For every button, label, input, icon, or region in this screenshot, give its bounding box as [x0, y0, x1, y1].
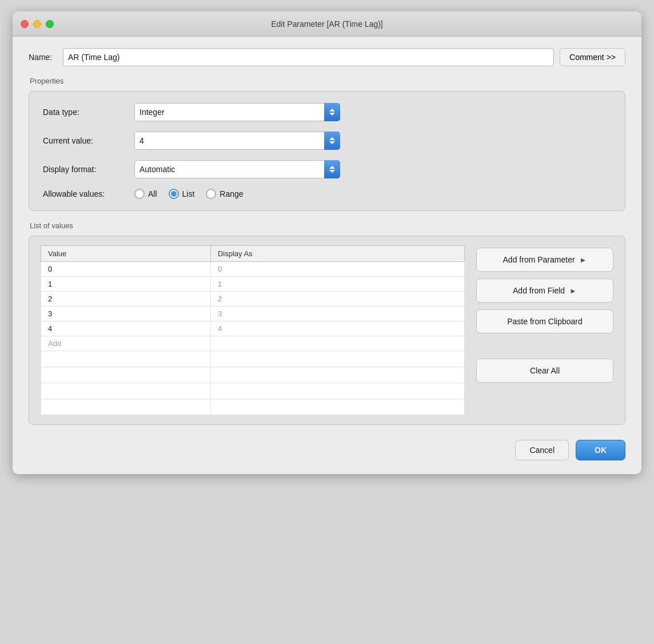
display-cell: 2 — [210, 292, 464, 307]
empty-row — [41, 399, 465, 415]
empty-row — [41, 383, 465, 399]
ok-button[interactable]: OK — [576, 440, 625, 460]
value-cell: 4 — [41, 321, 211, 336]
window-body: Name: Comment >> Properties Data type: I… — [13, 37, 641, 474]
cancel-button[interactable]: Cancel — [515, 440, 569, 460]
title-bar: Edit Parameter [AR (Time Lag)] — [13, 11, 641, 37]
edit-parameter-window: Edit Parameter [AR (Time Lag)] Name: Com… — [13, 11, 641, 474]
window-title: Edit Parameter [AR (Time Lag)] — [271, 19, 383, 29]
values-table-wrapper: Value Display As 0 0 1 1 — [41, 245, 465, 415]
traffic-lights — [21, 20, 54, 28]
allowable-values-label: Allowable values: — [43, 189, 134, 198]
add-from-field-button[interactable]: Add from Field ► — [476, 279, 613, 303]
table-row[interactable]: 0 0 — [41, 262, 465, 277]
display-format-select[interactable]: Automatic Custom — [134, 160, 340, 178]
radio-list[interactable]: List — [169, 189, 195, 199]
radio-list-label: List — [182, 189, 195, 198]
add-from-parameter-arrow-icon: ► — [580, 256, 587, 264]
value-cell: 3 — [41, 307, 211, 321]
value-cell: 1 — [41, 277, 211, 292]
allowable-values-radio-group: All List Range — [134, 189, 244, 199]
maximize-button[interactable] — [46, 20, 54, 28]
list-section-label: List of values — [29, 221, 625, 230]
add-label: Add — [41, 336, 211, 351]
comment-button[interactable]: Comment >> — [560, 48, 625, 66]
value-cell: 0 — [41, 262, 211, 277]
list-buttons-column: Add from Parameter ► Add from Field ► Pa… — [476, 245, 613, 383]
add-from-parameter-label: Add from Parameter — [503, 255, 575, 264]
list-content: Value Display As 0 0 1 1 — [41, 245, 613, 415]
display-cell: 1 — [210, 277, 464, 292]
display-cell: 4 — [210, 321, 464, 336]
display-format-select-wrapper: Automatic Custom — [134, 160, 340, 178]
add-row[interactable]: Add — [41, 336, 465, 351]
empty-row — [41, 367, 465, 383]
current-value-label: Current value: — [43, 136, 134, 145]
table-row[interactable]: 4 4 — [41, 321, 465, 336]
add-from-field-label: Add from Field — [513, 286, 565, 295]
radio-all-label: All — [148, 189, 157, 198]
footer-row: Cancel OK — [29, 438, 625, 460]
table-row[interactable]: 3 3 — [41, 307, 465, 321]
empty-row — [41, 351, 465, 367]
radio-range[interactable]: Range — [206, 189, 243, 199]
current-value-select[interactable]: 4 0 1 2 3 — [134, 132, 340, 150]
table-row[interactable]: 1 1 — [41, 277, 465, 292]
name-label: Name: — [29, 53, 57, 62]
radio-list-circle[interactable] — [169, 189, 179, 199]
add-from-field-arrow-icon: ► — [569, 287, 577, 295]
paste-from-clipboard-label: Paste from Clipboard — [507, 317, 583, 326]
add-from-parameter-button[interactable]: Add from Parameter ► — [476, 248, 613, 272]
add-display — [210, 336, 464, 351]
display-format-row: Display format: Automatic Custom — [43, 160, 611, 178]
current-value-row: Current value: 4 0 1 2 3 — [43, 132, 611, 150]
current-value-select-wrapper: 4 0 1 2 3 — [134, 132, 340, 150]
properties-section-label: Properties — [29, 77, 625, 85]
table-row[interactable]: 2 2 — [41, 292, 465, 307]
name-row: Name: Comment >> — [29, 48, 625, 66]
data-type-label: Data type: — [43, 108, 134, 117]
clear-all-label: Clear All — [530, 366, 560, 375]
list-of-values-box: Value Display As 0 0 1 1 — [29, 236, 625, 425]
display-cell: 3 — [210, 307, 464, 321]
radio-all[interactable]: All — [134, 189, 157, 199]
display-cell: 0 — [210, 262, 464, 277]
clear-all-button[interactable]: Clear All — [476, 359, 613, 383]
display-format-label: Display format: — [43, 165, 134, 174]
value-cell: 2 — [41, 292, 211, 307]
data-type-select-wrapper: Integer Float String Boolean — [134, 103, 340, 121]
radio-range-circle[interactable] — [206, 189, 216, 199]
col-header-display: Display As — [210, 246, 464, 262]
radio-range-label: Range — [220, 189, 243, 198]
paste-from-clipboard-button[interactable]: Paste from Clipboard — [476, 309, 613, 333]
name-input[interactable] — [63, 48, 554, 66]
button-spacer — [476, 340, 613, 352]
properties-box: Data type: Integer Float String Boolean — [29, 91, 625, 211]
radio-all-circle[interactable] — [134, 189, 145, 199]
allowable-values-row: Allowable values: All List Range — [43, 189, 611, 199]
data-type-row: Data type: Integer Float String Boolean — [43, 103, 611, 121]
close-button[interactable] — [21, 20, 29, 28]
minimize-button[interactable] — [33, 20, 41, 28]
values-table: Value Display As 0 0 1 1 — [41, 245, 465, 415]
col-header-value: Value — [41, 246, 211, 262]
data-type-select[interactable]: Integer Float String Boolean — [134, 103, 340, 121]
